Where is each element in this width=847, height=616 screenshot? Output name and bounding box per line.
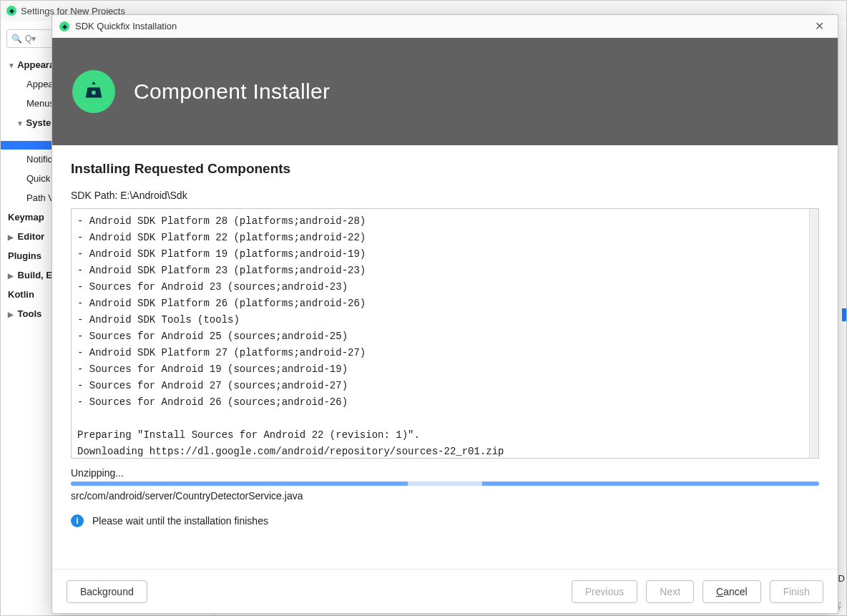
section-heading: Installing Requested Components [71,161,819,177]
cancel-button[interactable]: Cancel [702,580,761,603]
android-logo-icon [72,70,115,113]
android-studio-icon: ◆ [6,6,16,16]
sdk-quickfix-dialog: ◆ SDK Quickfix Installation ✕ Component … [52,14,838,614]
search-icon: 🔍 [11,34,22,44]
previous-button: Previous [572,580,637,603]
dialog-title: SDK Quickfix Installation [75,21,177,31]
background-button[interactable]: Background [67,580,147,603]
right-letter-d: D [838,573,845,584]
right-selection-marker [842,308,846,321]
install-log[interactable]: - Android SDK Platform 28 (platforms;and… [71,208,819,459]
dialog-titlebar[interactable]: ◆ SDK Quickfix Installation ✕ [52,15,838,38]
close-icon[interactable]: ✕ [808,19,831,33]
next-button: Next [646,580,694,603]
info-icon: i [71,514,84,527]
info-row: i Please wait until the installation fin… [71,514,819,527]
finish-button: Finish [770,580,823,603]
hero-title: Component Installer [134,79,330,104]
android-studio-icon: ◆ [59,21,69,31]
info-text: Please wait until the installation finis… [92,515,268,527]
sdk-path: SDK Path: E:\Android\Sdk [71,190,819,201]
status-primary: Unzipping... [71,467,819,479]
dialog-hero: Component Installer [52,38,838,145]
dialog-footer: Background Previous Next Cancel Finish [52,569,838,613]
search-placeholder: Q▾ [25,34,36,44]
status-secondary: src/com/android/server/CountryDetectorSe… [71,490,819,502]
progress-bar [71,481,819,486]
